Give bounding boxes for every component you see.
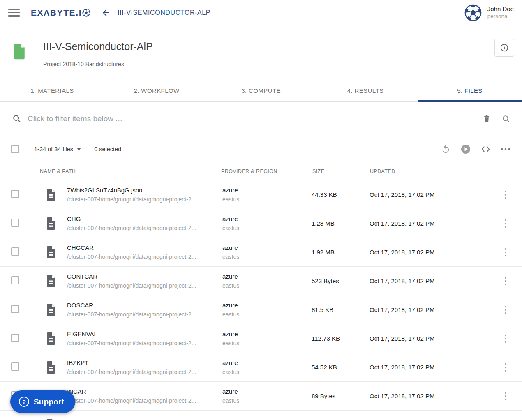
row-menu-button[interactable]	[489, 392, 522, 401]
back-arrow-icon[interactable]	[101, 8, 111, 18]
file-updated: Oct 17, 2018, 17:02 PM	[370, 249, 489, 256]
file-path: /cluster-007-home/gmogni/data/gmogni-pro…	[67, 224, 215, 232]
tab-materials[interactable]: 1. MATERIALS	[0, 80, 104, 101]
menu-icon[interactable]	[8, 9, 20, 17]
row-checkbox[interactable]	[11, 362, 19, 371]
file-region: eastus	[222, 368, 312, 376]
column-header-updated[interactable]: UPDATED	[370, 168, 395, 174]
trash-icon	[483, 114, 491, 123]
file-size: 54.52 KB	[312, 364, 370, 371]
run-button[interactable]	[461, 144, 471, 154]
row-menu-button[interactable]	[489, 334, 522, 343]
row-menu-button[interactable]	[489, 219, 522, 228]
file-provider: azure	[222, 330, 312, 338]
tab-results[interactable]: 4. RESULTS	[313, 80, 418, 101]
file-name[interactable]: DOSCAR	[67, 301, 222, 309]
ellipsis-vertical-icon	[504, 190, 507, 199]
tab-workflow[interactable]: 2. WORKFLOW	[104, 80, 209, 101]
column-header-provider[interactable]: PROVIDER & REGION	[221, 168, 277, 174]
workflow-tabs: 1. MATERIALS 2. WORKFLOW 3. COMPUTE 4. R…	[0, 80, 522, 102]
file-size: 112.73 KB	[312, 335, 370, 342]
exabyte-logo[interactable]: EXΛBYTE.I	[31, 8, 90, 18]
row-checkbox[interactable]	[11, 219, 19, 227]
column-header-size[interactable]: SIZE	[312, 168, 324, 174]
file-name[interactable]: EIGENVAL	[67, 330, 222, 338]
file-provider: azure	[222, 186, 312, 194]
row-menu-button[interactable]	[489, 190, 522, 199]
user-account: personal	[487, 13, 514, 20]
file-icon	[46, 246, 56, 259]
file-path: /cluster-007-home/gmogni/data/gmogni-pro…	[67, 368, 215, 376]
file-size: 1.28 MB	[312, 220, 370, 227]
row-checkbox[interactable]	[11, 247, 19, 256]
table-row: INCAR /cluster-007-home/gmogni/data/gmog…	[0, 382, 522, 411]
table-row: IBZKPT /cluster-007-home/gmogni/data/gmo…	[0, 353, 522, 382]
file-icon	[46, 418, 56, 420]
row-menu-button[interactable]	[489, 248, 522, 257]
delete-button[interactable]	[483, 114, 491, 123]
tab-compute[interactable]: 3. COMPUTE	[209, 80, 313, 101]
row-checkbox[interactable]	[11, 334, 19, 342]
file-name[interactable]: CONTCAR	[67, 272, 222, 281]
row-checkbox[interactable]	[11, 190, 19, 198]
file-size: 81.5 KB	[312, 306, 370, 313]
file-size: 1.92 MB	[312, 249, 370, 256]
filter-input[interactable]	[28, 114, 483, 123]
refresh-button[interactable]	[441, 145, 450, 154]
user-menu[interactable]: John Doe personal	[464, 4, 514, 21]
file-name[interactable]: IBZKPT	[67, 359, 222, 367]
file-region: eastus	[222, 339, 312, 347]
file-provider: azure	[222, 215, 312, 223]
file-name[interactable]: CHG	[67, 215, 222, 223]
row-checkbox[interactable]	[11, 305, 19, 313]
more-button[interactable]	[501, 148, 510, 150]
ellipsis-vertical-icon	[504, 334, 507, 343]
caret-down-icon	[77, 148, 81, 150]
select-all-checkbox[interactable]	[11, 145, 19, 153]
file-name[interactable]: INCAR	[67, 388, 222, 396]
ellipsis-vertical-icon	[504, 305, 507, 314]
support-button[interactable]: ? Support	[10, 390, 75, 413]
file-region: eastus	[222, 224, 312, 232]
file-updated: Oct 17, 2018, 17:02 PM	[370, 306, 489, 313]
row-checkbox[interactable]	[11, 276, 19, 284]
project-header: III-V-Semiconductor-AlP Project 2018-10 …	[0, 25, 522, 80]
project-file-icon	[12, 41, 26, 62]
logo-ball-icon	[82, 9, 90, 17]
file-size: 523 Bytes	[312, 277, 370, 284]
file-updated: Oct 17, 2018, 17:02 PM	[370, 220, 489, 227]
column-header-name[interactable]: NAME & PATH	[40, 168, 76, 174]
tab-files[interactable]: 5. FILES	[418, 80, 522, 101]
file-path: /cluster-007-home/gmogni/data/gmogni-pro…	[67, 282, 215, 290]
search-toggle-button[interactable]	[502, 115, 510, 123]
row-menu-button[interactable]	[489, 277, 522, 286]
file-provider: azure	[222, 244, 312, 252]
pagination-dropdown[interactable]: 1-34 of 34 files	[34, 146, 81, 152]
file-name[interactable]: CHGCAR	[67, 244, 222, 252]
code-button[interactable]	[481, 145, 490, 153]
info-button[interactable]	[494, 39, 514, 57]
file-updated: Oct 17, 2018, 17:02 PM	[370, 392, 489, 399]
user-name: John Doe	[487, 5, 514, 13]
row-menu-button[interactable]	[489, 363, 522, 372]
table-row: CONTCAR /cluster-007-home/gmogni/data/gm…	[0, 267, 522, 295]
file-updated: Oct 17, 2018, 17:02 PM	[370, 335, 489, 342]
file-updated: Oct 17, 2018, 17:02 PM	[370, 277, 489, 284]
ellipsis-vertical-icon	[504, 219, 507, 228]
search-icon	[12, 114, 21, 123]
file-icon	[46, 275, 56, 288]
file-region: eastus	[222, 397, 312, 405]
row-menu-button[interactable]	[489, 305, 522, 314]
table-row: CHG /cluster-007-home/gmogni/data/gmogni…	[0, 209, 522, 238]
pagination-label: 1-34 of 34 files	[34, 146, 73, 152]
table-header: NAME & PATH PROVIDER & REGION SIZE UPDAT…	[0, 162, 522, 180]
file-size: 89 Bytes	[312, 392, 370, 399]
file-size: 44.33 KB	[312, 191, 370, 198]
file-icon	[46, 217, 56, 230]
ellipsis-vertical-icon	[504, 277, 507, 286]
page-title: III-V-Semiconductor-AlP	[43, 41, 247, 57]
file-updated: Oct 17, 2018, 17:02 PM	[370, 191, 489, 198]
file-path: /cluster-007-home/gmogni/data/gmogni-pro…	[67, 196, 215, 203]
file-name[interactable]: 7Wbis2GLSuTz4nBgG.json	[67, 186, 222, 194]
play-circle-icon	[461, 144, 471, 154]
